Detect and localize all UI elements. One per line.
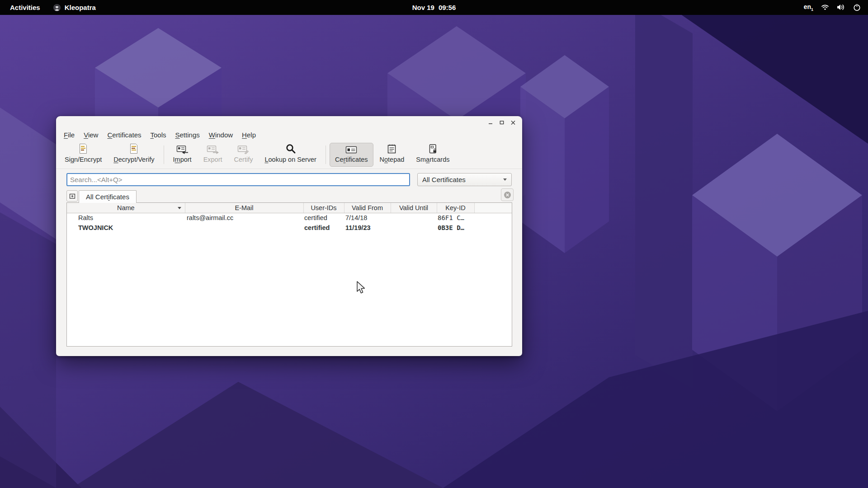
column-header-valid-from[interactable]: Valid From	[344, 203, 391, 213]
clock-time: 09:56	[439, 4, 456, 11]
clear-icon	[504, 191, 511, 199]
minimize-icon	[488, 120, 493, 125]
new-tab-button[interactable]	[66, 190, 78, 202]
kleopatra-app-icon	[53, 4, 61, 12]
sign-encrypt-button[interactable]: Sign/Encrypt	[59, 143, 107, 167]
power-icon[interactable]	[853, 4, 861, 11]
certificate-list: Name E-Mail User-IDs Valid From Valid Un…	[66, 202, 512, 347]
cell-valid-from[interactable]: 11/19/23	[344, 223, 391, 233]
cell-email[interactable]: ralts@airmail.cc	[185, 213, 303, 223]
cell-key-id[interactable]: 86F1 C…	[437, 213, 474, 223]
toolbar: Sign/Encrypt Decrypt/Verify	[56, 141, 522, 169]
keyboard-layout-indicator[interactable]: en1	[804, 3, 813, 12]
toolbar-separator	[326, 145, 326, 164]
search-row: All Certificates	[66, 173, 512, 186]
search-input[interactable]	[66, 173, 410, 186]
sort-descending-icon	[178, 207, 181, 209]
smartcards-icon	[428, 144, 438, 154]
decrypt-verify-button[interactable]: Decrypt/Verify	[108, 143, 160, 167]
cell-user-ids[interactable]: certified	[303, 213, 344, 223]
window-titlebar[interactable]	[56, 116, 522, 128]
certificate-row[interactable]: Ralts ralts@airmail.cc certified 7/14/18…	[67, 213, 512, 223]
wifi-icon[interactable]	[821, 4, 829, 11]
notepad-label: Notepad	[380, 156, 405, 163]
menu-settings[interactable]: Settings	[171, 130, 204, 140]
menu-view[interactable]: View	[79, 130, 103, 140]
clear-tab-button	[501, 188, 514, 201]
new-tab-icon	[69, 192, 76, 200]
tab-all-certificates[interactable]: All Certificates	[79, 190, 137, 203]
smartcards-button[interactable]: Smartcards	[410, 143, 455, 167]
volume-icon[interactable]	[837, 4, 845, 11]
certificates-icon	[345, 145, 357, 154]
menu-file[interactable]: File	[59, 130, 79, 140]
certify-label: Certify	[234, 156, 253, 163]
maximize-icon	[499, 120, 505, 125]
cell-user-ids[interactable]: certified	[303, 223, 344, 233]
app-indicator[interactable]: Kleopatra	[53, 4, 96, 12]
cell-valid-until[interactable]	[391, 213, 437, 223]
menu-bar: File View Certificates Tools Settings Wi…	[56, 128, 522, 141]
cell-valid-until[interactable]	[391, 223, 437, 233]
cell-email[interactable]	[185, 223, 303, 233]
minimize-button[interactable]	[486, 118, 495, 127]
gnome-top-bar: Activities Kleopatra Nov 19 09:56 en1	[0, 0, 868, 15]
activities-button[interactable]: Activities	[8, 4, 42, 11]
close-button[interactable]	[509, 118, 518, 127]
maximize-button[interactable]	[497, 118, 506, 127]
window-controls	[486, 116, 518, 128]
system-status-area[interactable]: en1	[804, 3, 861, 12]
sign-encrypt-label: Sign/Encrypt	[65, 156, 102, 163]
sign-encrypt-icon	[78, 143, 88, 154]
certificate-filter-dropdown[interactable]: All Certificates	[417, 173, 512, 186]
column-filler	[474, 203, 512, 213]
cell-valid-from[interactable]: 7/14/18	[344, 213, 391, 223]
certify-icon	[237, 145, 250, 154]
toolbar-separator	[164, 145, 164, 164]
lookup-on-server-label: Lookup on Server	[264, 156, 316, 163]
export-button: Export	[198, 143, 228, 167]
column-header-valid-until[interactable]: Valid Until	[391, 203, 437, 213]
table-header-row: Name E-Mail User-IDs Valid From Valid Un…	[67, 203, 512, 213]
import-button[interactable]: Import	[168, 143, 197, 167]
certificates-view-button[interactable]: Certificates	[330, 143, 373, 167]
import-label: Import	[173, 156, 192, 163]
smartcards-label: Smartcards	[416, 156, 449, 163]
menu-help[interactable]: Help	[237, 130, 260, 140]
certificates-view-label: Certificates	[335, 156, 368, 163]
lookup-on-server-icon	[285, 143, 296, 154]
tab-bar: All Certificates	[66, 188, 512, 202]
app-indicator-label: Kleopatra	[65, 4, 96, 11]
column-header-user-ids[interactable]: User-IDs	[303, 203, 344, 213]
clock[interactable]: Nov 19 09:56	[384, 4, 484, 11]
filter-dropdown-value: All Certificates	[422, 176, 466, 183]
column-header-email[interactable]: E-Mail	[185, 203, 303, 213]
notepad-button[interactable]: Notepad	[374, 143, 410, 167]
kleopatra-window: File View Certificates Tools Settings Wi…	[56, 116, 522, 356]
menu-tools[interactable]: Tools	[146, 130, 170, 140]
close-icon	[510, 120, 516, 125]
cell-name[interactable]: TWOJNICK	[67, 223, 185, 233]
notepad-icon	[387, 144, 396, 154]
certificate-row[interactable]: TWOJNICK certified 11/19/23 0B3E D…	[67, 223, 512, 233]
cell-name[interactable]: Ralts	[67, 213, 185, 223]
decrypt-verify-icon	[129, 143, 139, 154]
menu-certificates[interactable]: Certificates	[103, 130, 146, 140]
export-label: Export	[203, 156, 222, 163]
certify-button: Certify	[229, 143, 259, 167]
clock-date: Nov 19	[412, 4, 434, 11]
menu-window[interactable]: Window	[204, 130, 237, 140]
cell-key-id[interactable]: 0B3E D…	[437, 223, 474, 233]
column-header-name[interactable]: Name	[67, 203, 185, 213]
mouse-cursor	[356, 281, 366, 295]
chevron-down-icon	[503, 178, 507, 181]
decrypt-verify-label: Decrypt/Verify	[113, 156, 154, 163]
column-header-key-id[interactable]: Key-ID	[437, 203, 474, 213]
export-icon	[207, 145, 219, 154]
lookup-on-server-button[interactable]: Lookup on Server	[259, 143, 321, 167]
import-icon	[176, 145, 189, 154]
